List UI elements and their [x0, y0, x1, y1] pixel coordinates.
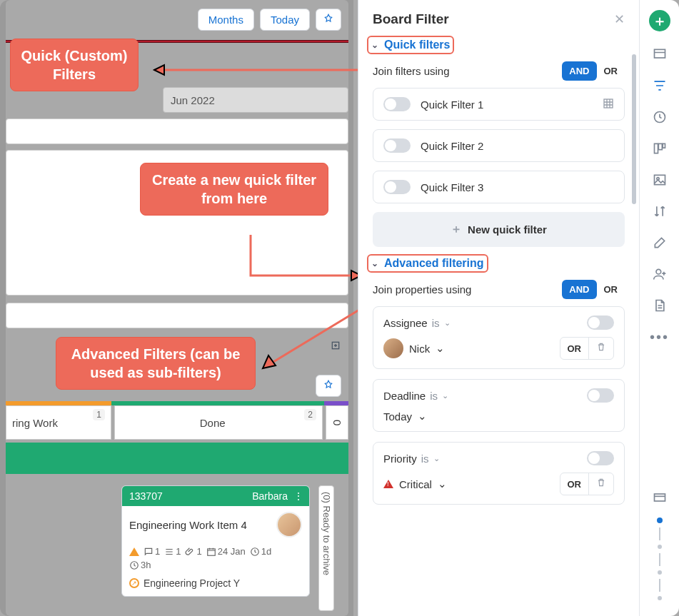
arrow-2 — [247, 231, 376, 288]
column-inprogress[interactable]: ring Work 1 — [6, 405, 111, 440]
board-filter-panel: Board Filter ✕ ⌄ Quick filters Join filt… — [358, 0, 639, 616]
property-value[interactable]: Today — [383, 410, 412, 423]
quick-filter-item-2[interactable]: Quick Filter 2 — [373, 129, 625, 162]
card-header: 133707 Barbara ⋮ — [122, 486, 309, 506]
property-name[interactable]: Deadline — [383, 390, 426, 402]
new-quick-filter-button[interactable]: ＋ New quick filter — [373, 212, 625, 247]
archive-column[interactable]: (0) Ready to archive — [318, 485, 334, 611]
image-icon[interactable] — [651, 171, 668, 188]
close-icon[interactable]: ✕ — [614, 11, 625, 27]
property-op[interactable]: is — [432, 317, 440, 329]
add-button[interactable]: ＋ — [649, 10, 670, 31]
arrow-1 — [140, 60, 368, 81]
chevron-down-icon: ⌄ — [433, 454, 440, 463]
toggle[interactable] — [587, 451, 614, 465]
avatar — [383, 338, 403, 358]
or-toggle[interactable]: OR — [597, 280, 625, 299]
card-menu-icon[interactable]: ⋮ — [291, 490, 306, 502]
new-filter-label: New quick filter — [468, 223, 547, 236]
svg-rect-14 — [663, 143, 665, 148]
hours-icon: 3h — [129, 560, 151, 570]
filter-label: Quick Filter 2 — [421, 140, 483, 152]
edit-icon[interactable] — [651, 234, 668, 251]
scrollbar-thumb[interactable] — [632, 54, 636, 204]
avatar — [276, 512, 302, 537]
chevron-down-icon: ⌄ — [444, 318, 451, 328]
swimlane-1[interactable] — [6, 118, 348, 144]
svg-rect-18 — [654, 494, 665, 501]
add-user-icon[interactable] — [651, 266, 668, 283]
property-name[interactable]: Assignee — [383, 317, 428, 329]
pin-button[interactable] — [316, 9, 341, 31]
board-toolbar: Months Today — [6, 0, 348, 39]
or-button[interactable]: OR — [560, 475, 589, 494]
work-item-card[interactable]: 133707 Barbara ⋮ Engineering Work Item 4… — [121, 485, 310, 597]
quick-filter-item-3[interactable]: Quick Filter 3 — [373, 171, 625, 203]
svg-rect-12 — [654, 143, 658, 153]
column-count: 2 — [304, 409, 316, 420]
card-icon[interactable] — [651, 489, 668, 506]
columns-icon[interactable] — [651, 140, 668, 157]
filter-label: Quick Filter 1 — [421, 99, 483, 111]
svg-marker-8 — [263, 355, 276, 368]
svg-rect-1 — [207, 548, 215, 555]
or-toggle[interactable]: OR — [597, 61, 625, 81]
arrow-3 — [256, 304, 370, 375]
card-owner: Barbara — [252, 490, 288, 502]
card-link-text: Engineering Project Y — [144, 577, 240, 589]
clock-icon[interactable] — [651, 108, 668, 126]
document-icon[interactable] — [651, 297, 668, 314]
annotation-quick-filters: Quick (Custom) Filters — [10, 39, 139, 91]
trash-icon[interactable] — [588, 338, 613, 359]
grid-icon[interactable] — [603, 98, 614, 111]
property-op[interactable]: is — [430, 390, 438, 402]
property-filter-priority: Priority is ⌄ Critical ⌄ OR — [373, 442, 625, 505]
toggle[interactable] — [587, 388, 614, 403]
zoom-slider[interactable] — [657, 513, 663, 605]
property-value[interactable]: Critical — [399, 478, 432, 490]
right-rail: ＋ ••• — [639, 0, 679, 616]
property-name[interactable]: Priority — [383, 453, 417, 465]
property-value[interactable]: Nick — [409, 343, 430, 355]
attachment-icon: 1 — [185, 546, 201, 557]
or-button[interactable]: OR — [560, 339, 589, 358]
svg-rect-13 — [658, 143, 662, 149]
property-filter-assignee: Assignee is ⌄ Nick ⌄ OR — [373, 306, 625, 369]
layout-icon[interactable] — [651, 46, 668, 63]
and-toggle[interactable]: AND — [562, 280, 596, 299]
more-icon[interactable]: ••• — [651, 328, 668, 345]
today-button[interactable]: Today — [260, 9, 310, 31]
lane-pin-button[interactable] — [316, 375, 341, 397]
toggle[interactable] — [383, 97, 411, 111]
advanced-filtering-section[interactable]: ⌄ Advanced filtering — [367, 254, 488, 273]
quick-filters-section[interactable]: ⌄ Quick filters — [367, 36, 454, 54]
toggle[interactable] — [587, 315, 614, 330]
chevron-down-icon: ⌄ — [371, 40, 378, 50]
join-label: Join filters using — [373, 65, 450, 77]
svg-marker-5 — [154, 65, 164, 75]
svg-rect-15 — [654, 175, 665, 184]
filter-label: Quick Filter 3 — [421, 181, 483, 193]
months-button[interactable]: Months — [198, 9, 254, 31]
property-op[interactable]: is — [421, 453, 429, 465]
sort-icon[interactable] — [651, 203, 668, 220]
svg-rect-9 — [604, 99, 613, 108]
swimlane-header-bar[interactable] — [6, 443, 348, 474]
annotation-new-filter: Create a new quick filter from here — [140, 163, 328, 216]
column-done[interactable]: Done 2 — [114, 405, 323, 440]
section-label: Quick filters — [384, 39, 450, 51]
trash-icon[interactable] — [588, 473, 613, 495]
card-id: 133707 — [129, 490, 163, 502]
filter-icon[interactable] — [651, 77, 668, 94]
chevron-down-icon: ⌄ — [418, 410, 427, 423]
property-filter-deadline: Deadline is ⌄ Today ⌄ — [373, 379, 625, 432]
card-link-row[interactable]: ↗ Engineering Project Y — [122, 573, 309, 596]
and-toggle[interactable]: AND — [562, 61, 596, 81]
annotation-advanced-filters: Advanced Filters (can be used as sub-fil… — [56, 337, 256, 390]
link-icon: ↗ — [129, 578, 139, 588]
toggle[interactable] — [383, 138, 411, 153]
comments-icon: 1 — [144, 546, 160, 557]
quick-filter-item-1[interactable]: Quick Filter 1 — [373, 88, 625, 121]
toggle[interactable] — [383, 180, 411, 194]
column-collapsed[interactable]: 0 — [326, 405, 348, 440]
